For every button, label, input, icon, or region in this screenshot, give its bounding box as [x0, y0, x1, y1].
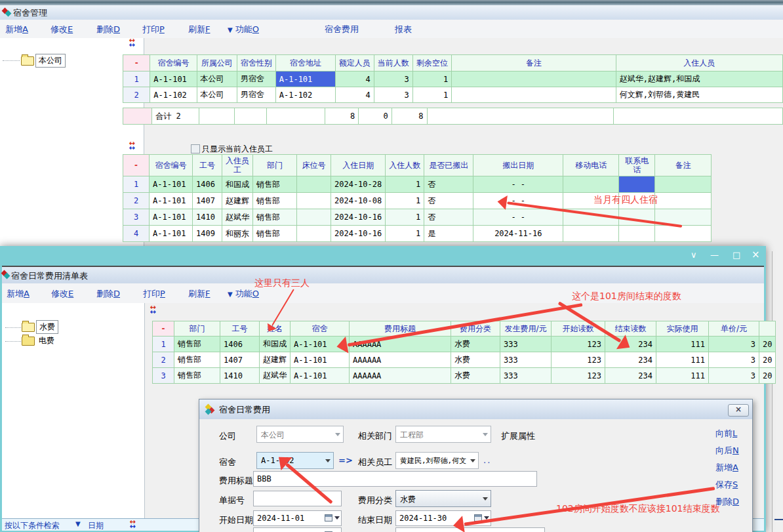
toolbar-item[interactable]: 报表 [395, 24, 412, 35]
cell[interactable]: 销售部 [174, 337, 220, 352]
column-header[interactable]: 所属公司 [197, 55, 237, 72]
cell[interactable] [297, 193, 331, 209]
cell[interactable]: 20 [759, 337, 776, 352]
cell[interactable]: AAAAAA [350, 352, 451, 368]
cell[interactable]: 水费 [451, 337, 500, 352]
cell[interactable]: 否 [424, 209, 473, 226]
column-header[interactable]: 发生费用/元 [500, 321, 552, 337]
cell[interactable]: 123 [552, 368, 605, 384]
cell[interactable]: A-1-101 [150, 209, 193, 226]
cell[interactable]: 本公司 [197, 87, 237, 103]
cell[interactable]: 1410 [193, 209, 222, 226]
dialog-link[interactable]: 向前L [715, 428, 737, 440]
column-header[interactable]: 搬出日期 [473, 155, 563, 176]
cell[interactable]: 4 [335, 72, 374, 87]
dialog-link[interactable]: 保存S [715, 479, 738, 491]
cell[interactable]: - - [473, 193, 563, 209]
column-header[interactable]: 部门 [174, 321, 220, 337]
toolbar-item[interactable]: ▼功能O [228, 24, 259, 35]
cell[interactable]: 销售部 [174, 352, 220, 368]
cell[interactable]: 销售部 [253, 226, 297, 242]
cell[interactable]: 合计 2 [152, 108, 199, 125]
cell[interactable]: A-1-101 [150, 72, 197, 87]
cell[interactable]: 赵斌华 [260, 368, 291, 384]
row-number-cell[interactable]: 1 [123, 72, 150, 87]
cell[interactable] [655, 226, 712, 242]
maximize-icon[interactable]: □ [733, 250, 740, 260]
cell[interactable]: 1 [412, 72, 452, 87]
row-number-cell[interactable]: 2 [153, 352, 174, 368]
cell[interactable]: - - [473, 209, 563, 226]
cell[interactable]: 1 [386, 176, 424, 193]
column-header[interactable]: 实际使用 [656, 321, 709, 337]
cell[interactable]: A-1-101 [150, 226, 193, 242]
dialog-close-button[interactable]: × [728, 404, 749, 417]
cell[interactable]: 男宿舍 [237, 87, 275, 103]
cell[interactable]: 水费 [451, 352, 500, 368]
cell[interactable]: 2024-10-08 [331, 193, 386, 209]
column-header[interactable]: 床位号 [297, 155, 331, 176]
cell[interactable]: 赵建辉 [222, 193, 253, 209]
row-number-cell[interactable]: 2 [123, 87, 150, 103]
minimize-icon[interactable]: — [710, 250, 719, 260]
column-header[interactable]: 入住人数 [386, 155, 424, 176]
cell[interactable]: 2024-11-16 [473, 226, 563, 242]
column-header[interactable]: 宿舍 [291, 321, 350, 337]
cell[interactable]: 4 [335, 87, 374, 103]
cell[interactable]: 销售部 [174, 368, 220, 384]
cell[interactable]: 赵斌华,赵建辉,和国成 [616, 72, 782, 87]
cell[interactable]: 3 [709, 368, 759, 384]
cell[interactable]: 333 [500, 337, 552, 352]
cell[interactable]: 3 [374, 72, 412, 87]
column-header[interactable]: 移动电话 [563, 155, 619, 176]
row-number-cell[interactable]: 1 [153, 337, 174, 352]
column-header[interactable]: 备注 [655, 155, 712, 176]
cell[interactable]: 销售部 [253, 193, 297, 209]
cell[interactable]: 本公司 [197, 72, 237, 87]
close-icon[interactable]: × [752, 249, 760, 260]
column-header[interactable]: 是否已搬出 [424, 155, 473, 176]
cell[interactable]: A-1-101 [275, 72, 335, 87]
cell[interactable]: AAAAAA [350, 337, 451, 352]
row-number-cell[interactable] [123, 108, 152, 125]
cell[interactable]: 否 [424, 176, 473, 193]
cell[interactable] [452, 72, 616, 87]
cell[interactable]: 1 [386, 226, 424, 242]
column-header[interactable]: 宿舍编号 [150, 55, 197, 72]
cell[interactable] [563, 176, 619, 193]
cell[interactable] [452, 87, 616, 103]
cell[interactable]: 是 [424, 226, 473, 242]
row-number-cell[interactable]: 3 [123, 209, 150, 226]
cell[interactable]: 1410 [220, 368, 260, 384]
cell[interactable] [297, 226, 331, 242]
cell[interactable]: 111 [656, 337, 709, 352]
column-header[interactable]: 备注 [452, 55, 616, 72]
cell[interactable]: 123 [552, 352, 605, 368]
column-header[interactable]: 工号 [220, 321, 260, 337]
dialog-link[interactable]: 新增A [715, 462, 738, 474]
cell[interactable] [297, 176, 331, 193]
cell[interactable]: 234 [605, 368, 656, 384]
staff-select[interactable]: 黄建民,刘帮德,何文辉 [395, 452, 479, 469]
cell[interactable]: 111 [656, 352, 709, 368]
row-number-cell[interactable]: 3 [153, 368, 174, 384]
column-header[interactable]: 宿舍编号 [150, 155, 193, 176]
toolbar-item[interactable]: 修改E [50, 24, 73, 35]
cell[interactable]: 2024-10-28 [331, 176, 386, 193]
toolbar-item[interactable]: 打印P [143, 288, 165, 300]
toolbar-item[interactable]: 修改E [51, 288, 73, 300]
occur-date-input[interactable]: 2024-12-10 [253, 527, 342, 532]
cell[interactable]: 1 [412, 87, 452, 103]
cell[interactable]: 8 [392, 108, 427, 125]
cell[interactable]: A-1-101 [291, 368, 350, 384]
cell[interactable]: 20 [759, 368, 776, 384]
toolbar-item[interactable]: 宿舍费用 [325, 24, 359, 35]
cell[interactable]: 和国成 [222, 176, 253, 193]
column-header[interactable]: 入住人员 [616, 55, 782, 72]
column-header[interactable]: 单价/元 [709, 321, 759, 337]
cell[interactable]: 0 [359, 108, 392, 125]
dropdown-arrow-icon[interactable] [334, 516, 340, 522]
swap-icon[interactable]: ↔ ↔ [126, 141, 138, 150]
cell[interactable]: 否 [424, 193, 473, 209]
cell[interactable]: A-1-102 [275, 87, 335, 103]
